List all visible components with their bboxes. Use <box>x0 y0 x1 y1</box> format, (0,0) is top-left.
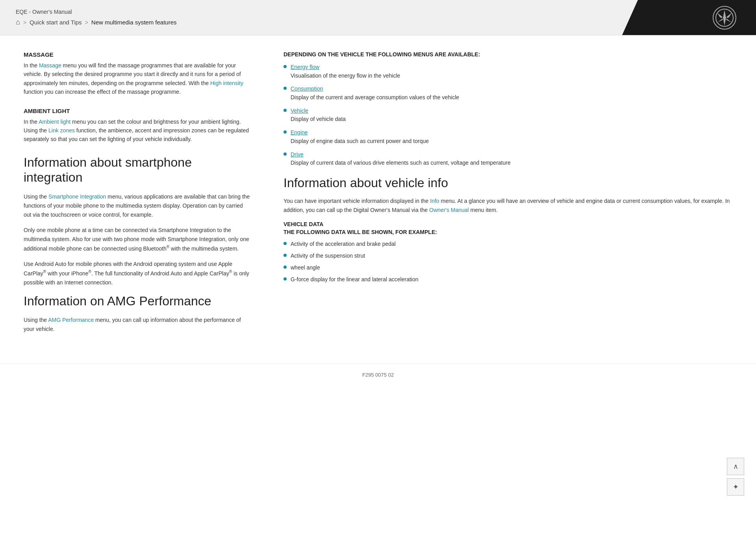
vehicle-data-item-0: Activity of the acceleration and brake p… <box>291 240 396 249</box>
bullet-dot <box>284 242 287 245</box>
engine-desc: Display of engine data such as current p… <box>291 138 429 144</box>
left-column: MASSAGE In the Massage menu you will fin… <box>24 51 252 340</box>
bullet-dot <box>284 254 287 257</box>
ambient-light-title: AMBIENT LIGHT <box>24 108 252 114</box>
header-left: EQE - Owner's Manual ⌂ > Quick start and… <box>0 0 622 35</box>
vehicle-data-item-3: G-force display for the linear and later… <box>291 275 419 284</box>
vehicle-data-subtitle: THE FOLLOWING DATA WILL BE SHOWN, FOR EX… <box>284 229 736 235</box>
breadcrumb-sep-2: > <box>85 19 88 26</box>
bullet-dot <box>284 130 287 134</box>
vehicle-info-para: You can have important vehicle informati… <box>284 197 736 215</box>
smartphone-h2: Information about smartphone integration <box>24 155 252 185</box>
owners-manual-link[interactable]: Owner's Manual <box>429 207 469 213</box>
bullet-dot <box>284 109 287 112</box>
massage-body-1: In the <box>24 62 39 69</box>
energy-flow-link[interactable]: Energy flow <box>291 63 400 72</box>
footer-text: F295 0075 02 <box>362 372 394 378</box>
massage-body: In the Massage menu you will find the ma… <box>24 61 252 97</box>
vehicle-data-section: VEHICLE DATA THE FOLLOWING DATA WILL BE … <box>284 221 736 284</box>
breadcrumb-sep-1: > <box>23 19 26 26</box>
list-item: wheel angle <box>284 264 736 272</box>
bullet-dot <box>284 65 287 68</box>
list-item: G-force display for the linear and later… <box>284 275 736 284</box>
breadcrumb-item-2[interactable]: New multimedia system features <box>91 19 177 26</box>
drive-link[interactable]: Drive <box>291 150 511 159</box>
ambient-light-link[interactable]: Ambient light <box>39 119 70 125</box>
vi-para-before: You can have important vehicle informati… <box>284 198 430 204</box>
list-item: Drive Display of current data of various… <box>284 150 736 167</box>
vehicle-link[interactable]: Vehicle <box>291 107 346 115</box>
massage-link[interactable]: Massage <box>39 62 61 69</box>
bullet-content: Vehicle Display of vehicle data <box>291 107 346 124</box>
amg-performance-link[interactable]: AMG Performance <box>48 317 94 323</box>
vehicle-desc: Display of vehicle data <box>291 116 346 122</box>
smartphone-para3: Use Android Auto for mobile phones with … <box>24 260 252 287</box>
smartphone-section: Information about smartphone integration… <box>24 155 252 287</box>
bullet-dot <box>284 266 287 269</box>
smartphone-para1: Using the Smartphone Integration menu, v… <box>24 192 252 219</box>
vehicle-data-item-1: Activity of the suspension strut <box>291 252 365 260</box>
svg-marker-5 <box>717 13 723 18</box>
link-zones-link[interactable]: Link zones <box>48 127 75 134</box>
massage-body-3: function you can increase the effect of … <box>24 89 181 95</box>
drive-desc: Display of current data of various drive… <box>291 160 511 166</box>
ambient-body-1: In the <box>24 119 39 125</box>
list-item: Energy flow Visualisation of the energy … <box>284 63 736 80</box>
svg-marker-6 <box>726 13 732 18</box>
consumption-link[interactable]: Consumption <box>291 85 459 93</box>
bullet-content: Drive Display of current data of various… <box>291 150 511 167</box>
bullet-content: Consumption Display of the current and a… <box>291 85 459 102</box>
main-content: MASSAGE In the Massage menu you will fin… <box>0 35 756 364</box>
depends-title: DEPENDING ON THE VEHICLE THE FOLLOWING M… <box>284 51 736 58</box>
vehicle-data-item-2: wheel angle <box>291 264 320 272</box>
massage-section: MASSAGE In the Massage menu you will fin… <box>24 51 252 97</box>
document-title: EQE - Owner's Manual <box>16 9 606 15</box>
bullet-dot <box>284 277 287 281</box>
vi-para-after2: menu item. <box>469 207 498 213</box>
amg-h2: Information on AMG Performance <box>24 294 252 308</box>
engine-link[interactable]: Engine <box>291 128 429 137</box>
energy-flow-desc: Visualisation of the energy flow in the … <box>291 72 400 79</box>
svg-marker-1 <box>723 10 726 17</box>
ambient-light-body: In the Ambient light menu you can set th… <box>24 117 252 144</box>
high-intensity-link[interactable]: High intensity <box>210 80 243 86</box>
list-item: Vehicle Display of vehicle data <box>284 107 736 124</box>
list-item: Activity of the suspension strut <box>284 252 736 260</box>
vehicle-info-h2: Information about vehicle info <box>284 175 736 190</box>
bullet-dot <box>284 152 287 156</box>
home-icon[interactable]: ⌂ <box>16 18 20 26</box>
scroll-buttons: ∧ ✦ <box>727 458 744 496</box>
svg-marker-3 <box>717 19 723 22</box>
svg-point-7 <box>723 16 726 19</box>
right-column: DEPENDING ON THE VEHICLE THE FOLLOWING M… <box>276 51 736 340</box>
breadcrumb: ⌂ > Quick start and Tips > New multimedi… <box>16 18 606 26</box>
vehicle-data-title: VEHICLE DATA <box>284 221 736 227</box>
amg-para1-before: Using the <box>24 317 48 323</box>
mercedes-logo <box>713 6 736 30</box>
list-item: Engine Display of engine data such as cu… <box>284 128 736 145</box>
amg-para1: Using the AMG Performance menu, you can … <box>24 316 252 334</box>
scroll-up-button[interactable]: ∧ <box>727 458 744 475</box>
consumption-desc: Display of the current and average consu… <box>291 94 459 100</box>
sp-para1-before: Using the <box>24 193 48 200</box>
menu-items-list: Energy flow Visualisation of the energy … <box>284 63 736 167</box>
header-brand <box>622 0 756 35</box>
smartphone-para2: Only one mobile phone at a time can be c… <box>24 226 252 253</box>
ambient-light-section: AMBIENT LIGHT In the Ambient light menu … <box>24 108 252 144</box>
list-item: Consumption Display of the current and a… <box>284 85 736 102</box>
amg-section: Information on AMG Performance Using the… <box>24 294 252 334</box>
list-item: Activity of the acceleration and brake p… <box>284 240 736 249</box>
vehicle-data-list: Activity of the acceleration and brake p… <box>284 240 736 284</box>
smartphone-integration-link[interactable]: Smartphone Integration <box>48 193 106 200</box>
bookmark-button[interactable]: ✦ <box>727 478 744 496</box>
bullet-content: Engine Display of engine data such as cu… <box>291 128 429 145</box>
bullet-content: Energy flow Visualisation of the energy … <box>291 63 400 80</box>
vehicle-info-section: Information about vehicle info You can h… <box>284 175 736 215</box>
bullet-dot <box>284 87 287 90</box>
svg-marker-4 <box>726 19 732 22</box>
header: EQE - Owner's Manual ⌂ > Quick start and… <box>0 0 756 35</box>
info-link[interactable]: Info <box>430 198 439 204</box>
breadcrumb-item-1[interactable]: Quick start and Tips <box>30 19 82 26</box>
svg-marker-2 <box>723 19 726 26</box>
massage-title: MASSAGE <box>24 51 252 58</box>
